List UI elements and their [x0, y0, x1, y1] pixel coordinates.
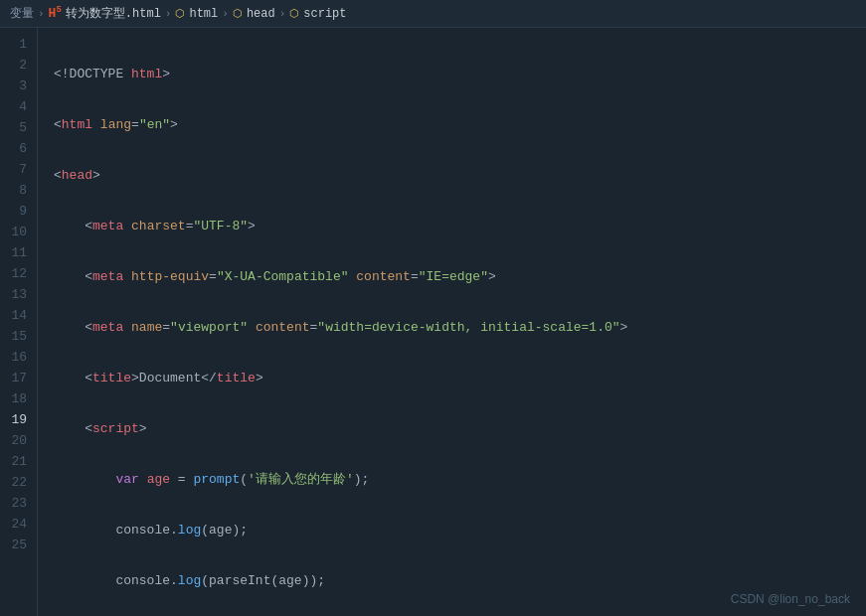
line-num-2: 2: [0, 55, 37, 76]
bc-html5-icon: H5: [49, 5, 62, 21]
line-num-9: 9: [0, 201, 37, 222]
bc-arrow-4: ›: [279, 8, 286, 20]
bc-variable: 变量: [10, 5, 34, 22]
line-num-12: 12: [0, 263, 37, 284]
line-num-16: 16: [0, 347, 37, 368]
bc-arrow-2: ›: [165, 8, 172, 20]
code-content[interactable]: <!DOCTYPE html> <html lang="en"> <head> …: [38, 28, 866, 616]
bc-folder-3: ⬡: [289, 7, 299, 20]
code-line-7: <title>Document</title>: [54, 368, 866, 388]
line-num-18: 18: [0, 388, 37, 409]
code-line-8: <script>: [54, 418, 866, 439]
code-line-5: <meta http-equiv="X-UA-Compatible" conte…: [54, 266, 866, 287]
line-num-1: 1: [0, 34, 37, 55]
bc-filename: 转为数字型.html: [66, 5, 161, 22]
code-line-6: <meta name="viewport" content="width=dev…: [54, 317, 866, 338]
code-line-1: <!DOCTYPE html>: [54, 64, 866, 84]
line-num-19: 19: [0, 409, 37, 430]
code-line-4: <meta charset="UTF-8">: [54, 216, 866, 236]
line-num-17: 17: [0, 368, 37, 388]
line-num-22: 22: [0, 472, 37, 493]
bc-arrow-1: ›: [38, 8, 45, 20]
line-num-25: 25: [0, 535, 37, 555]
line-num-4: 4: [0, 96, 37, 117]
bc-folder-1: ⬡: [175, 7, 185, 20]
line-num-23: 23: [0, 493, 37, 514]
line-num-5: 5: [0, 117, 37, 138]
line-numbers: 1 2 3 4 5 6 7 8 9 10 11 12 13 14 15 16 1…: [0, 28, 38, 616]
bc-folder-2: ⬡: [233, 7, 243, 20]
line-num-11: 11: [0, 242, 37, 263]
line-num-14: 14: [0, 305, 37, 326]
line-num-21: 21: [0, 451, 37, 472]
bc-head: head: [247, 7, 275, 21]
line-num-6: 6: [0, 138, 37, 159]
code-area: 1 2 3 4 5 6 7 8 9 10 11 12 13 14 15 16 1…: [0, 28, 866, 616]
code-line-3: <head>: [54, 165, 866, 186]
line-num-10: 10: [0, 222, 37, 242]
line-num-13: 13: [0, 284, 37, 305]
bc-arrow-3: ›: [222, 8, 229, 20]
code-line-2: <html lang="en">: [54, 114, 866, 135]
bc-html: html: [189, 7, 218, 21]
breadcrumb-bar: 变量 › H5 转为数字型.html › ⬡ html › ⬡ head › ⬡…: [0, 0, 866, 28]
bc-script: script: [303, 7, 346, 21]
line-num-3: 3: [0, 76, 37, 96]
line-num-8: 8: [0, 180, 37, 201]
line-num-24: 24: [0, 514, 37, 535]
line-num-20: 20: [0, 430, 37, 451]
code-line-10: console.log(age);: [54, 520, 866, 540]
code-line-11: console.log(parseInt(age));: [54, 570, 866, 591]
code-line-9: var age = prompt('请输入您的年龄');: [54, 469, 866, 490]
line-num-15: 15: [0, 326, 37, 347]
line-num-7: 7: [0, 159, 37, 180]
